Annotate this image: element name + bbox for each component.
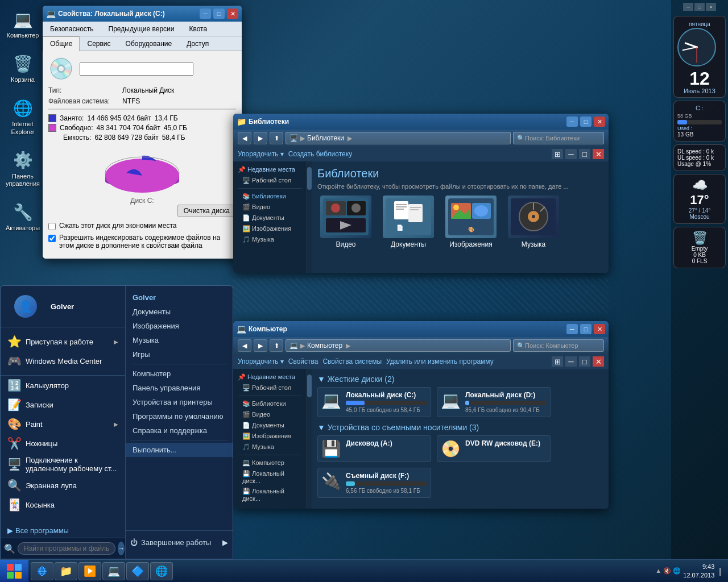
- libs-close-btn2[interactable]: ✕: [593, 149, 604, 159]
- widget-close[interactable]: ×: [706, 3, 716, 11]
- comp-address[interactable]: 💻 ▶ Компьютер ▶: [286, 339, 511, 352]
- start-right-computer[interactable]: Компьютер: [126, 367, 233, 381]
- props-tab-quota[interactable]: Квота: [181, 22, 214, 36]
- start-right-games[interactable]: Игры: [126, 347, 233, 361]
- comp-sort-btn[interactable]: Упорядочить ▾: [238, 357, 284, 365]
- props-minimize-btn[interactable]: ─: [200, 9, 211, 19]
- comp-forward-btn[interactable]: ▶: [254, 339, 267, 352]
- comp-uninstall-btn[interactable]: Удалить или изменить программу: [386, 357, 494, 365]
- libs-search[interactable]: 🔍 Поиск: Библиотеки: [513, 132, 604, 144]
- libs-maximize-btn[interactable]: □: [580, 117, 592, 127]
- libs-sort-btn[interactable]: Упорядочить ▾: [238, 150, 284, 158]
- libs-view-change-btn[interactable]: ⊞: [552, 149, 563, 159]
- comp-max-btn2[interactable]: □: [579, 356, 590, 367]
- drive-e[interactable]: 📀 DVD RW дисковод (E:): [437, 435, 551, 462]
- taskbar-computer-btn[interactable]: 💻: [102, 562, 125, 580]
- drive-a[interactable]: 💾 Дисковод (A:): [317, 435, 431, 462]
- widget-restore[interactable]: □: [694, 3, 705, 11]
- taskbar-ie-btn[interactable]: [31, 562, 53, 580]
- props-tab-access[interactable]: Доступ: [179, 36, 216, 51]
- comp-minimize-btn[interactable]: ─: [566, 324, 578, 334]
- comp-sidebar-video[interactable]: 🎬 Видео: [233, 409, 307, 420]
- start-search-btn[interactable]: →: [118, 542, 125, 555]
- comp-sidebar-recent[interactable]: 📌 Недавние места: [233, 372, 307, 383]
- comp-sidebar-music[interactable]: 🎵 Музыка: [233, 442, 307, 452]
- start-item-media-center[interactable]: 🎮 Windows Media Center: [1, 351, 125, 371]
- start-right-control[interactable]: Панель управления: [126, 381, 233, 395]
- start-item-calc[interactable]: 🔢 Калькулятор: [1, 376, 125, 395]
- comp-sidebar-disk1[interactable]: 💾 Локальный диск...: [233, 468, 307, 486]
- start-item-magnifier[interactable]: 🔍 Экранная лупа: [1, 476, 125, 495]
- start-item-notes[interactable]: 📝 Записки: [1, 395, 125, 414]
- libs-forward-btn[interactable]: ▶: [254, 132, 267, 144]
- start-right-help[interactable]: Справка и поддержка: [126, 423, 233, 438]
- libs-address[interactable]: 🖥️ ▶ Библиотеки ▶: [286, 132, 511, 144]
- libs-sidebar-desktop[interactable]: 🖥️ Рабочий стол: [233, 175, 307, 186]
- start-right-defaults[interactable]: Программы по умолчанию: [126, 409, 233, 423]
- desktop-icon-computer[interactable]: 💻 Компьютер: [2, 6, 44, 41]
- comp-min-btn2[interactable]: ─: [565, 356, 577, 367]
- libs-item-docs[interactable]: 📄 Документы: [380, 196, 437, 248]
- index-checkbox[interactable]: [48, 235, 56, 242]
- comp-view-change-btn[interactable]: ⊞: [552, 356, 563, 367]
- comp-back-btn[interactable]: ◀: [238, 339, 251, 352]
- start-item-paint[interactable]: 🎨 Paint ▶: [1, 414, 125, 434]
- props-maximize-btn[interactable]: □: [213, 9, 225, 19]
- desktop-icon-activators[interactable]: 🔧 Активаторы: [2, 198, 44, 234]
- libs-sidebar-music[interactable]: 🎵 Музыка: [233, 234, 307, 245]
- comp-props-btn[interactable]: Свойства: [288, 357, 318, 365]
- start-right-images[interactable]: Изображения: [126, 319, 233, 333]
- props-tab-security[interactable]: Безопасность: [43, 22, 101, 36]
- libs-up-btn[interactable]: ⬆: [270, 132, 283, 144]
- comp-sidebar-libs[interactable]: 📚 Библиотеки: [233, 398, 307, 409]
- comp-sidebar-disk2[interactable]: 💾 Локальный диск...: [233, 486, 307, 504]
- comp-sidebar-images[interactable]: 🖼️ Изображения: [233, 431, 307, 442]
- taskbar-app2-btn[interactable]: 🌐: [150, 562, 173, 580]
- comp-search[interactable]: 🔍 Поиск: Компьютер: [513, 339, 604, 352]
- libs-item-video[interactable]: Видео: [317, 196, 374, 248]
- start-right-docs[interactable]: Документы: [126, 305, 233, 319]
- desktop-icon-ie[interactable]: 🌐 Internet Explorer: [2, 94, 44, 138]
- start-search-input[interactable]: [18, 542, 115, 555]
- libs-sidebar-libraries[interactable]: 📚 Библиотеки: [233, 191, 307, 202]
- props-close-btn[interactable]: ✕: [227, 9, 238, 19]
- drive-d[interactable]: 💻 Локальный диск (D:) 85,6 ГБ свободно и…: [437, 387, 551, 417]
- libs-create-btn[interactable]: Создать библиотеку: [288, 150, 352, 158]
- libs-sidebar-docs[interactable]: 📄 Документы: [233, 213, 307, 223]
- start-right-devices[interactable]: Устройства и принтеры: [126, 395, 233, 409]
- libs-close-btn[interactable]: ✕: [594, 117, 605, 127]
- drive-f[interactable]: 🔌 Съемный диск (F:) 6,56 ГБ свободно из …: [317, 468, 431, 498]
- desktop-icon-recycle[interactable]: 🗑️ Корзина: [2, 50, 44, 86]
- start-right-music[interactable]: Музыка: [126, 333, 233, 347]
- libs-scrollbar[interactable]: [307, 161, 312, 273]
- taskbar-explorer-btn[interactable]: 📁: [55, 562, 77, 580]
- start-right-user[interactable]: Golver: [126, 290, 233, 305]
- libs-item-music[interactable]: Музыка: [505, 196, 562, 248]
- comp-sidebar-docs[interactable]: 📄 Документы: [233, 420, 307, 431]
- props-tab-hardware[interactable]: Оборудование: [118, 36, 180, 51]
- start-item-scissors[interactable]: ✂️ Ножницы: [1, 434, 125, 453]
- props-tab-service[interactable]: Сервис: [80, 36, 118, 51]
- libs-sidebar-video[interactable]: 🎬 Видео: [233, 202, 307, 213]
- widget-minimize[interactable]: ─: [683, 3, 693, 11]
- start-item-solitaire[interactable]: 🃏 Косынка: [1, 495, 125, 514]
- taskbar-app1-btn[interactable]: 🔷: [126, 562, 149, 580]
- libs-item-images[interactable]: 🎨 Изображения: [442, 196, 499, 248]
- shutdown-btn[interactable]: ⏻ Завершение работы ▶: [130, 535, 228, 550]
- props-tab-prev-versions[interactable]: Предыдущие версии: [101, 22, 182, 36]
- libs-sidebar-recent[interactable]: 📌 Недавние места: [233, 164, 307, 175]
- comp-close-btn[interactable]: ✕: [594, 324, 605, 334]
- start-right-run[interactable]: Выполнить...: [126, 443, 233, 457]
- show-desktop-btn[interactable]: |: [717, 567, 723, 576]
- start-item-getting-started[interactable]: ⭐ Приступая к работе ▶: [1, 332, 125, 351]
- libs-minimize-btn[interactable]: ─: [566, 117, 578, 127]
- start-all-programs[interactable]: ▶ Все программы: [1, 523, 125, 538]
- props-tab-general[interactable]: Общие: [43, 36, 80, 51]
- comp-sys-props-btn[interactable]: Свойства системы: [322, 357, 382, 365]
- start-button[interactable]: [0, 560, 28, 583]
- comp-close-btn2[interactable]: ✕: [593, 356, 604, 367]
- comp-sidebar-computer[interactable]: 💻 Компьютер: [233, 458, 307, 468]
- libs-back-btn[interactable]: ◀: [238, 132, 251, 144]
- libs-sidebar-images[interactable]: 🖼️ Изображения: [233, 223, 307, 234]
- taskbar-media-btn[interactable]: ▶️: [78, 562, 101, 580]
